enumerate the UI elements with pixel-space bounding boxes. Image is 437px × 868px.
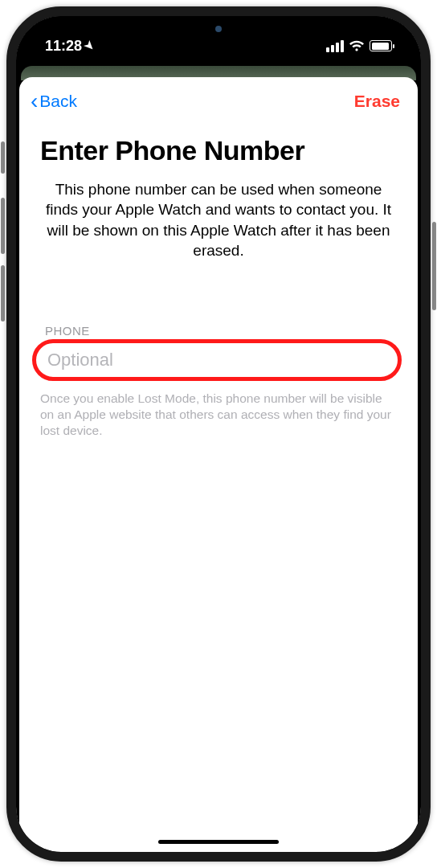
power-button[interactable] — [432, 222, 436, 310]
cellular-signal-icon — [326, 40, 344, 52]
battery-icon — [370, 40, 392, 51]
phone-input-highlight — [32, 339, 402, 381]
back-button[interactable]: ‹ Back — [31, 92, 77, 111]
notch — [134, 16, 303, 43]
status-time: 11:28 — [45, 38, 82, 55]
status-left: 11:28 ➤ — [45, 38, 95, 55]
content: Enter Phone Number This phone number can… — [19, 117, 418, 439]
front-camera-icon — [215, 26, 222, 32]
wifi-icon — [349, 40, 365, 52]
phone-field-block: PHONE Once you enable Lost Mode, this ph… — [40, 324, 397, 439]
modal-sheet: ‹ Back Erase Enter Phone Number This pho… — [19, 77, 418, 852]
silent-switch[interactable] — [1, 141, 5, 174]
location-icon: ➤ — [82, 38, 98, 54]
back-label: Back — [39, 92, 77, 111]
nav-bar: ‹ Back Erase — [19, 77, 418, 117]
erase-label: Erase — [354, 92, 400, 110]
page-description: This phone number can be used when someo… — [40, 179, 397, 261]
home-indicator[interactable] — [158, 840, 279, 844]
phone-field-label: PHONE — [45, 324, 397, 338]
volume-up-button[interactable] — [1, 198, 5, 254]
phone-frame: 11:28 ➤ ‹ Back — [6, 6, 431, 862]
phone-input[interactable] — [47, 350, 386, 371]
phone-field-hint: Once you enable Lost Mode, this phone nu… — [40, 391, 397, 439]
erase-button[interactable]: Erase — [354, 92, 400, 111]
volume-down-button[interactable] — [1, 265, 5, 321]
status-right — [326, 40, 392, 52]
phone-screen: 11:28 ➤ ‹ Back — [16, 16, 421, 852]
page-title: Enter Phone Number — [40, 135, 397, 166]
